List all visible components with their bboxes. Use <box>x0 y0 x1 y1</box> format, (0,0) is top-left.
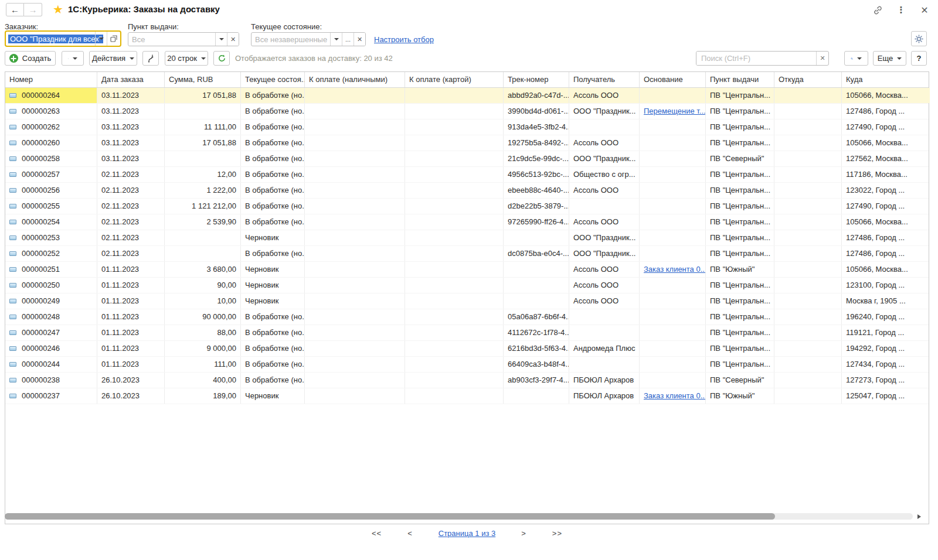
cell-number[interactable]: 000000248 <box>5 309 97 325</box>
cell-basis[interactable] <box>640 278 706 293</box>
table-row[interactable]: 00000026203.11.202311 111,00В обработке … <box>5 119 929 135</box>
cell-date[interactable]: 03.11.2023 <box>97 104 165 119</box>
cell-from[interactable] <box>774 262 842 277</box>
scroll-right-button[interactable] <box>917 514 921 519</box>
help-button[interactable]: ? <box>911 51 927 66</box>
cell-state[interactable]: Черновик <box>241 262 305 277</box>
cell-recipient[interactable]: ООО "Праздник... <box>569 151 640 166</box>
cell-recipient[interactable]: Ассоль ООО <box>569 135 640 151</box>
cell-cash[interactable] <box>305 293 405 309</box>
cell-recipient[interactable] <box>569 199 640 214</box>
first-page-button[interactable]: << <box>372 529 382 538</box>
cell-recipient[interactable] <box>569 119 640 135</box>
cell-from[interactable] <box>774 135 842 151</box>
cell-date[interactable]: 02.11.2023 <box>97 199 165 214</box>
cell-basis[interactable] <box>640 199 706 214</box>
column-header-card[interactable]: К оплате (картой) <box>405 72 504 87</box>
state-filter-value-box[interactable]: Все незавершенные <box>252 33 330 46</box>
cell-from[interactable] <box>774 309 842 325</box>
cell-date[interactable]: 02.11.2023 <box>97 246 165 261</box>
get-link-button[interactable] <box>872 5 883 15</box>
table-row[interactable]: 00000024401.11.2023111,00В обработке (но… <box>5 357 929 373</box>
cell-cash[interactable] <box>305 183 405 198</box>
cell-pickup[interactable]: ПВ "Центральн... <box>706 167 774 182</box>
cell-to[interactable]: 105066, Москва... <box>842 88 930 103</box>
cell-cash[interactable] <box>305 199 405 214</box>
cell-date[interactable]: 03.11.2023 <box>97 88 165 103</box>
cell-recipient[interactable]: ООО "Праздник... <box>569 246 640 261</box>
cell-cash[interactable] <box>305 246 405 261</box>
cell-basis[interactable] <box>640 293 706 309</box>
cell-pickup[interactable]: ПВ "Южный" <box>706 262 774 277</box>
cell-basis[interactable] <box>640 214 706 230</box>
cell-track[interactable] <box>504 388 569 404</box>
cell-card[interactable] <box>405 246 504 261</box>
table-row[interactable]: 00000026303.11.2023В обработке (но...399… <box>5 104 929 119</box>
cell-state[interactable]: В обработке (но... <box>241 151 305 166</box>
basis-link[interactable]: Заказ клиента 0... <box>644 265 706 274</box>
cell-pickup[interactable]: ПВ "Центральн... <box>706 325 774 340</box>
cell-date[interactable]: 02.11.2023 <box>97 167 165 182</box>
table-row[interactable]: 00000025302.11.2023ЧерновикООО "Праздник… <box>5 230 929 246</box>
cell-number[interactable]: 000000249 <box>5 293 97 309</box>
cell-from[interactable] <box>774 341 842 356</box>
table-row[interactable]: 00000024901.11.202310,00ЧерновикАссоль О… <box>5 293 929 309</box>
customer-filter-value-box[interactable]: ООО "Праздник для всех" <box>6 32 95 46</box>
cell-cash[interactable] <box>305 373 405 388</box>
horizontal-scrollbar[interactable] <box>5 513 913 520</box>
cell-from[interactable] <box>774 246 842 261</box>
cell-number[interactable]: 000000255 <box>5 199 97 214</box>
table-row[interactable]: 00000026003.11.202317 051,88В обработке … <box>5 135 929 151</box>
cell-date[interactable]: 26.10.2023 <box>97 373 165 388</box>
cell-date[interactable]: 03.11.2023 <box>97 135 165 151</box>
pickup-filter-value-box[interactable]: Все <box>128 33 215 46</box>
cell-from[interactable] <box>774 88 842 103</box>
cell-state[interactable]: В обработке (но... <box>241 325 305 340</box>
table-row[interactable]: 00000025402.11.20232 539,90В обработке (… <box>5 214 929 230</box>
cell-date[interactable]: 01.11.2023 <box>97 293 165 309</box>
table-row[interactable]: 00000025502.11.20231 121 212,00В обработ… <box>5 199 929 214</box>
cell-cash[interactable] <box>305 151 405 166</box>
cell-date[interactable]: 02.11.2023 <box>97 214 165 230</box>
cell-sum[interactable]: 11 111,00 <box>165 119 241 135</box>
cell-to[interactable]: 127273, Город ... <box>842 373 930 388</box>
cell-pickup[interactable]: ПВ "Центральн... <box>706 293 774 309</box>
cell-pickup[interactable]: ПВ "Центральн... <box>706 278 774 293</box>
cell-track[interactable]: d2be22b5-3879-... <box>504 199 569 214</box>
cell-pickup[interactable]: ПВ "Центральн... <box>706 246 774 261</box>
cell-basis[interactable]: Перемещение т... <box>640 104 706 119</box>
cell-recipient[interactable]: ООО "Праздник... <box>569 230 640 245</box>
cell-from[interactable] <box>774 230 842 245</box>
cell-sum[interactable]: 88,00 <box>165 325 241 340</box>
column-header-state[interactable]: Текущее состоя... <box>241 72 305 87</box>
cell-sum[interactable]: 9 000,00 <box>165 341 241 356</box>
cell-card[interactable] <box>405 373 504 388</box>
cell-card[interactable] <box>405 104 504 119</box>
cell-to[interactable]: 117186, Москва... <box>842 167 930 182</box>
cell-basis[interactable] <box>640 151 706 166</box>
cell-number[interactable]: 000000247 <box>5 325 97 340</box>
cell-track[interactable]: abbd92a0-c47d-... <box>504 88 569 103</box>
cell-number[interactable]: 000000258 <box>5 151 97 166</box>
cell-recipient[interactable]: ПБОЮЛ Архаров <box>569 388 640 404</box>
pickup-clear-button[interactable]: ✕ <box>227 33 239 46</box>
cell-pickup[interactable]: ПВ "Центральн... <box>706 199 774 214</box>
page-indicator-link[interactable]: Страница 1 из 3 <box>439 529 495 538</box>
cell-to[interactable]: 127562, Москва... <box>842 151 930 166</box>
cell-track[interactable] <box>504 278 569 293</box>
cell-to[interactable]: 127490, Город ... <box>842 119 930 135</box>
cell-from[interactable] <box>774 357 842 372</box>
table-row[interactable]: 00000025001.11.202390,00ЧерновикАссоль О… <box>5 278 929 293</box>
cell-state[interactable]: Черновик <box>241 278 305 293</box>
cell-pickup[interactable]: ПВ "Центральн... <box>706 309 774 325</box>
cell-pickup[interactable]: ПВ "Центральн... <box>706 183 774 198</box>
cell-sum[interactable]: 17 051,88 <box>165 88 241 103</box>
cell-state[interactable]: В обработке (но... <box>241 199 305 214</box>
cell-card[interactable] <box>405 151 504 166</box>
cell-to[interactable]: 105066, Москва... <box>842 214 930 230</box>
cell-basis[interactable] <box>640 246 706 261</box>
cell-sum[interactable]: 90,00 <box>165 278 241 293</box>
cell-recipient[interactable]: Ассоль ООО <box>569 183 640 198</box>
star-icon[interactable]: ★ <box>53 2 63 16</box>
cell-number[interactable]: 000000262 <box>5 119 97 135</box>
